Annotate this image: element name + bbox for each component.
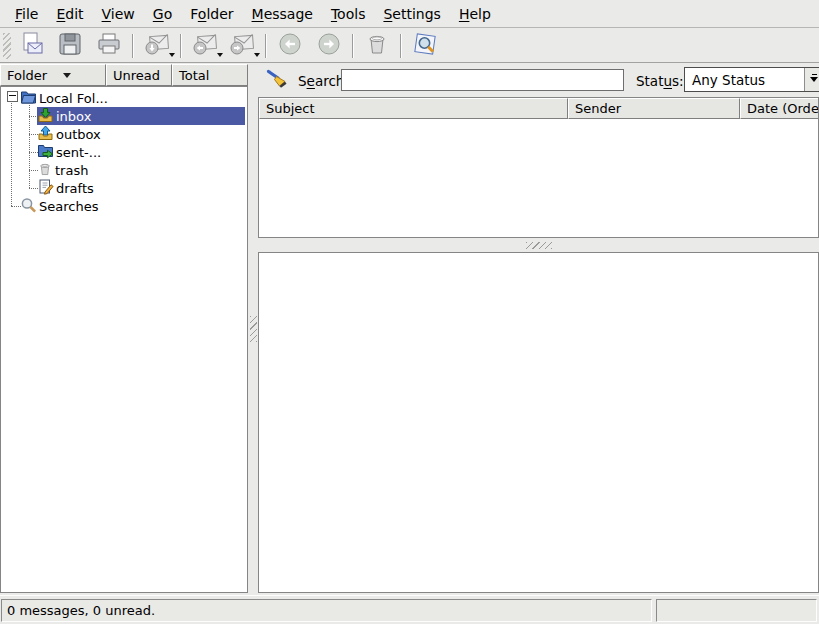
trash-icon bbox=[37, 161, 53, 180]
status-filter-value: Any Status bbox=[692, 72, 765, 88]
combo-dropdown-button[interactable] bbox=[804, 68, 819, 91]
forward-button[interactable] bbox=[228, 32, 256, 60]
toolbar-separator bbox=[352, 34, 354, 58]
check-mail-icon bbox=[143, 31, 171, 60]
menu-folder[interactable]: Folder bbox=[181, 3, 242, 25]
folder-row-outbox[interactable]: outbox bbox=[1, 125, 247, 143]
toolbar-separator bbox=[265, 34, 267, 58]
folder-label: Local Fol... bbox=[39, 91, 108, 106]
status-secondary-panel bbox=[656, 599, 817, 622]
menu-edit[interactable]: Edit bbox=[47, 3, 92, 25]
quick-search-bar: Search: Status: Any Status bbox=[258, 64, 819, 97]
collapse-expander-icon[interactable] bbox=[7, 91, 18, 102]
chevron-down-icon bbox=[810, 77, 818, 86]
folder-open-icon bbox=[20, 89, 37, 107]
folder-tree: Local Fol... inbox outbox sent-... bbox=[0, 86, 248, 593]
message-list: Subject Sender Date (Order of Arrival) bbox=[258, 97, 819, 238]
folder-row-local-folders[interactable]: Local Fol... bbox=[1, 89, 247, 107]
horizontal-splitter[interactable] bbox=[258, 238, 819, 252]
broom-icon bbox=[265, 66, 291, 95]
status-message-panel: 0 messages, 0 unread. bbox=[1, 599, 652, 622]
vertical-splitter[interactable] bbox=[248, 64, 258, 593]
menu-help[interactable]: Help bbox=[450, 3, 500, 25]
menubar: File Edit View Go Folder Message Tools S… bbox=[0, 0, 819, 28]
menu-tools[interactable]: Tools bbox=[322, 3, 375, 25]
folder-row-sent[interactable]: sent-... bbox=[1, 143, 247, 161]
date-column-header[interactable]: Date (Order of Arrival) bbox=[740, 98, 819, 119]
message-preview-pane bbox=[258, 252, 819, 593]
find-messages-button[interactable] bbox=[411, 32, 439, 60]
folder-label: inbox bbox=[56, 109, 91, 124]
new-message-button[interactable] bbox=[18, 32, 46, 60]
menu-go[interactable]: Go bbox=[144, 3, 181, 25]
print-button[interactable] bbox=[95, 32, 123, 60]
dropdown-arrow-icon bbox=[254, 53, 260, 60]
dropdown-arrow-icon bbox=[217, 53, 223, 60]
folder-row-drafts[interactable]: drafts bbox=[1, 179, 247, 197]
move-to-trash-button[interactable] bbox=[363, 32, 391, 60]
check-mail-button[interactable] bbox=[143, 32, 171, 60]
toolbar-grip[interactable] bbox=[3, 33, 11, 59]
message-list-header: Subject Sender Date (Order of Arrival) bbox=[259, 98, 819, 119]
outbox-icon bbox=[37, 125, 54, 144]
combo-indicator bbox=[812, 74, 817, 75]
sent-folder-icon bbox=[37, 143, 54, 162]
dropdown-arrow-icon bbox=[169, 53, 175, 60]
reply-icon bbox=[191, 31, 219, 60]
toolbar-separator bbox=[400, 34, 402, 58]
splitter-grip-icon bbox=[526, 242, 552, 249]
unread-column-header[interactable]: Unread bbox=[106, 64, 172, 86]
search-folder-icon bbox=[20, 197, 37, 216]
print-icon bbox=[96, 31, 122, 60]
toolbar-separator bbox=[132, 34, 134, 58]
menu-settings[interactable]: Settings bbox=[374, 3, 449, 25]
sender-column-header[interactable]: Sender bbox=[568, 98, 740, 119]
new-message-icon bbox=[19, 31, 45, 60]
next-message-button[interactable] bbox=[315, 32, 343, 60]
folder-row-searches[interactable]: Searches bbox=[1, 197, 247, 215]
sort-descending-icon bbox=[63, 73, 71, 82]
trash-icon bbox=[364, 31, 390, 60]
status-label: Status: bbox=[636, 64, 684, 97]
menu-file[interactable]: File bbox=[6, 3, 47, 25]
previous-message-button[interactable] bbox=[276, 32, 304, 60]
back-icon bbox=[277, 31, 303, 60]
folder-label: outbox bbox=[56, 127, 101, 142]
toolbar-separator bbox=[180, 34, 182, 58]
mail-client-window: File Edit View Go Folder Message Tools S… bbox=[0, 0, 819, 624]
subject-column-header[interactable]: Subject bbox=[259, 98, 568, 119]
toolbar bbox=[0, 29, 819, 63]
folder-label: drafts bbox=[56, 181, 94, 196]
menu-message[interactable]: Message bbox=[243, 3, 322, 25]
status-bar: 0 messages, 0 unread. bbox=[0, 595, 819, 624]
folder-label: Searches bbox=[39, 199, 98, 214]
find-icon bbox=[412, 31, 439, 61]
save-button[interactable] bbox=[56, 32, 84, 60]
clear-search-button[interactable] bbox=[264, 67, 291, 94]
status-filter-select[interactable]: Any Status bbox=[684, 67, 819, 92]
forward-nav-icon bbox=[316, 31, 342, 60]
total-column-header[interactable]: Total bbox=[172, 64, 248, 86]
folder-label: sent-... bbox=[56, 145, 101, 160]
forward-icon bbox=[228, 31, 256, 60]
menu-view[interactable]: View bbox=[93, 3, 144, 25]
folder-row-trash[interactable]: trash bbox=[1, 161, 247, 179]
splitter-grip-icon bbox=[250, 316, 257, 342]
drafts-icon bbox=[37, 179, 54, 198]
save-icon bbox=[57, 31, 83, 60]
folder-list-header: Folder Unread Total bbox=[0, 64, 248, 86]
inbox-icon bbox=[37, 107, 54, 126]
folder-row-inbox[interactable]: inbox bbox=[1, 107, 247, 125]
folder-column-header[interactable]: Folder bbox=[0, 64, 106, 86]
search-input[interactable] bbox=[341, 69, 624, 91]
folder-label: trash bbox=[55, 163, 88, 178]
reply-button[interactable] bbox=[191, 32, 219, 60]
selected-row-highlight: inbox bbox=[37, 107, 245, 125]
